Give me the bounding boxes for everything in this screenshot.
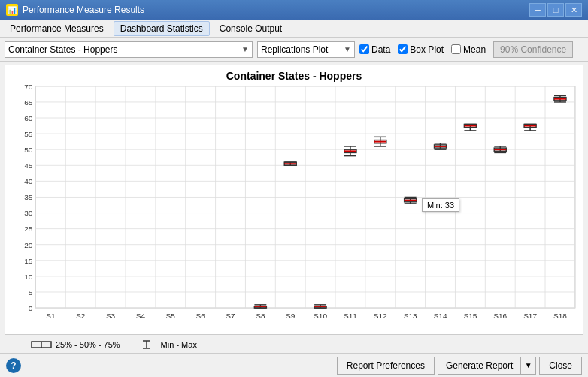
- legend-whisker-icon: [135, 339, 158, 350]
- plot-type-dropdown[interactable]: Replications Plot ▼: [257, 41, 355, 58]
- menu-performance-measures[interactable]: Performance Measures: [3, 21, 111, 36]
- legend-whisker-item: Min - Max: [135, 339, 197, 350]
- chart-area: Container States - Hoppers 0510152025303…: [5, 65, 583, 335]
- svg-text:S12: S12: [374, 312, 387, 320]
- dropdown-arrow-icon: ▼: [241, 45, 249, 53]
- menu-dashboard-statistics[interactable]: Dashboard Statistics: [114, 21, 210, 36]
- svg-text:S11: S11: [344, 312, 357, 320]
- title-bar: 📊 Performance Measure Results ─ □ ✕: [0, 0, 588, 20]
- window-title: Performance Measure Results: [23, 5, 144, 15]
- chart-options: Data Box Plot Mean 90% Confidence: [359, 41, 573, 58]
- svg-text:S2: S2: [76, 312, 85, 320]
- data-checkbox-label[interactable]: Data: [359, 44, 390, 55]
- menu-bar: Performance Measures Dashboard Statistic…: [0, 20, 588, 38]
- tooltip-text: Min: 33: [427, 201, 454, 210]
- generate-report-button[interactable]: Generate Report: [438, 357, 521, 375]
- svg-text:20: 20: [24, 241, 33, 249]
- mean-label: Mean: [463, 44, 486, 55]
- app-icon: 📊: [6, 4, 18, 16]
- bottom-bar: ? Report Preferences Generate Report ▼ C…: [0, 353, 588, 377]
- close-window-button[interactable]: ✕: [565, 3, 582, 17]
- maximize-button[interactable]: □: [547, 3, 564, 17]
- data-label: Data: [371, 44, 390, 55]
- svg-text:S14: S14: [434, 312, 447, 320]
- main-content: Container States - Hoppers 0510152025303…: [0, 62, 588, 353]
- svg-text:10: 10: [24, 273, 33, 281]
- mean-checkbox-label[interactable]: Mean: [451, 44, 486, 55]
- legend-whisker-label: Min - Max: [161, 340, 197, 349]
- legend-box-icon: [30, 339, 53, 350]
- help-button[interactable]: ?: [6, 358, 21, 373]
- chart-container: 0510152025303540455055606570S1S2S3S4S5S6…: [5, 83, 583, 330]
- plot-type-label: Replications Plot: [261, 44, 328, 55]
- report-preferences-button[interactable]: Report Preferences: [337, 357, 435, 375]
- svg-text:S10: S10: [314, 312, 327, 320]
- svg-text:S9: S9: [286, 312, 296, 320]
- svg-text:S13: S13: [404, 312, 417, 320]
- svg-text:S8: S8: [256, 312, 265, 320]
- svg-text:65: 65: [24, 98, 33, 107]
- generate-report-dropdown-button[interactable]: ▼: [521, 357, 536, 375]
- svg-text:S16: S16: [493, 312, 507, 320]
- svg-text:45: 45: [24, 161, 33, 170]
- svg-text:25: 25: [24, 225, 33, 234]
- container-states-label: Container States - Hoppers: [8, 44, 117, 55]
- svg-text:15: 15: [24, 257, 33, 265]
- chart-title: Container States - Hoppers: [5, 65, 583, 83]
- toolbar: Container States - Hoppers ▼ Replication…: [0, 38, 588, 62]
- svg-text:S7: S7: [226, 312, 235, 320]
- legend-box-item: 25% - 50% - 75%: [30, 339, 120, 350]
- bottom-right: Report Preferences Generate Report ▼ Clo…: [337, 357, 582, 375]
- svg-text:5: 5: [29, 288, 33, 297]
- minimize-button[interactable]: ─: [529, 3, 546, 17]
- svg-text:S15: S15: [463, 312, 477, 320]
- mean-checkbox[interactable]: [451, 44, 461, 54]
- svg-text:40: 40: [24, 177, 33, 185]
- svg-text:S6: S6: [195, 312, 205, 320]
- legend: 25% - 50% - 75% Min - Max: [0, 338, 588, 353]
- plot-dropdown-arrow-icon: ▼: [344, 45, 351, 53]
- svg-text:60: 60: [24, 114, 33, 122]
- svg-text:30: 30: [24, 210, 33, 218]
- generate-report-group: Generate Report ▼: [438, 357, 536, 375]
- close-button[interactable]: Close: [539, 357, 582, 375]
- container-states-dropdown[interactable]: Container States - Hoppers ▼: [5, 41, 253, 58]
- svg-text:50: 50: [24, 146, 33, 154]
- svg-text:S1: S1: [46, 312, 55, 320]
- boxplot-checkbox[interactable]: [398, 44, 408, 54]
- window-controls: ─ □ ✕: [529, 3, 582, 17]
- svg-text:S18: S18: [553, 312, 567, 320]
- svg-text:S4: S4: [136, 312, 146, 320]
- svg-text:55: 55: [24, 130, 33, 138]
- legend-box-label: 25% - 50% - 75%: [56, 340, 120, 349]
- svg-text:S17: S17: [523, 312, 537, 320]
- tooltip: Min: 33: [422, 198, 459, 212]
- chart-svg: 0510152025303540455055606570S1S2S3S4S5S6…: [5, 83, 583, 330]
- svg-text:S3: S3: [106, 312, 116, 320]
- svg-text:S5: S5: [166, 312, 176, 320]
- confidence-label: 90% Confidence: [493, 41, 573, 58]
- svg-text:70: 70: [24, 83, 33, 91]
- boxplot-checkbox-label[interactable]: Box Plot: [398, 44, 444, 55]
- boxplot-label: Box Plot: [410, 44, 444, 55]
- svg-text:35: 35: [24, 194, 33, 202]
- menu-console-output[interactable]: Console Output: [213, 21, 289, 36]
- bottom-left: ?: [6, 358, 21, 373]
- data-checkbox[interactable]: [359, 44, 369, 54]
- svg-text:0: 0: [29, 304, 33, 312]
